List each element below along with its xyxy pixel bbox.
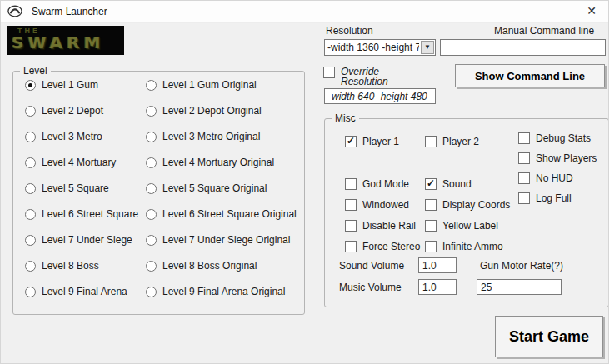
checkbox-override-resolution[interactable]: Override Resolution — [323, 67, 406, 87]
close-icon[interactable]: ✕ — [578, 1, 605, 22]
checkbox-label: Display Coords — [442, 199, 510, 211]
radio-level-7-under-siege[interactable]: Level 7 Under Siege — [25, 234, 138, 246]
radio-label: Level 7 Under Siege — [42, 234, 132, 246]
radio-label: Level 6 Street Square — [42, 208, 138, 220]
checkbox-windowed[interactable]: Windowed — [345, 199, 409, 211]
radio-button-icon — [25, 157, 36, 168]
radio-button-icon — [25, 261, 36, 272]
misc-groupbox-title: Misc — [332, 112, 359, 124]
checkbox-box — [425, 199, 437, 211]
radio-label: Level 6 Street Square Original — [162, 208, 297, 220]
radio-button-icon — [146, 209, 157, 220]
show-command-line-button[interactable]: Show Command Line — [455, 64, 605, 87]
checkbox-label: God Mode — [362, 178, 409, 190]
radio-level-7-under-siege-original[interactable]: Level 7 Under Siege Original — [146, 234, 297, 246]
checkbox-box — [425, 178, 437, 190]
radio-level-2-depot[interactable]: Level 2 Depot — [25, 105, 138, 117]
checkbox-box — [345, 241, 357, 252]
manual-command-input[interactable] — [440, 39, 606, 56]
radio-button-icon — [146, 157, 157, 168]
checkbox-box — [518, 172, 530, 184]
app-icon — [7, 5, 22, 17]
checkbox-sound[interactable]: Sound — [425, 178, 472, 190]
logo-line-swarm: SWARM — [12, 32, 104, 52]
checkbox-disable-rail[interactable]: Disable Rail — [345, 220, 416, 232]
radio-level-9-final-arena[interactable]: Level 9 Final Arena — [25, 286, 138, 297]
checkbox-box — [518, 152, 530, 164]
checkbox-box — [425, 220, 437, 232]
radio-button-icon — [146, 80, 157, 91]
checkbox-label: Sound — [442, 178, 472, 190]
checkbox-player-2[interactable]: Player 2 — [425, 136, 479, 147]
checkbox-box — [345, 178, 357, 190]
checkbox-no-hud[interactable]: No HUD — [518, 172, 573, 184]
checkbox-label: Yellow Label — [442, 220, 498, 232]
radio-level-8-boss-original[interactable]: Level 8 Boss Original — [146, 260, 297, 272]
radio-button-icon — [146, 132, 157, 142]
checkbox-force-stereo[interactable]: Force Stereo — [345, 241, 420, 252]
radio-level-9-final-arena-original[interactable]: Level 9 Final Arena Original — [146, 286, 297, 297]
checkbox-player-1[interactable]: Player 1 — [345, 136, 399, 147]
radio-level-3-metro-original[interactable]: Level 3 Metro Original — [146, 131, 297, 142]
titlebar[interactable]: Swarm Launcher ✕ — [1, 1, 608, 23]
checkbox-debug-stats[interactable]: Debug Stats — [518, 132, 591, 144]
checkbox-box — [518, 192, 530, 204]
checkbox-box — [425, 241, 437, 252]
swarm-logo: THE SWARM — [7, 26, 124, 55]
misc-groupbox: Misc Player 1 God Mode Windowed Disable … — [324, 118, 609, 307]
checkbox-yellow-label[interactable]: Yellow Label — [425, 220, 498, 232]
checkbox-log-full[interactable]: Log Full — [518, 192, 572, 204]
radio-level-3-metro[interactable]: Level 3 Metro — [25, 131, 138, 142]
radio-button-icon — [146, 287, 157, 297]
radio-level-6-street-square[interactable]: Level 6 Street Square — [25, 208, 138, 220]
radio-label: Level 2 Depot — [42, 105, 103, 117]
sound-volume-input[interactable] — [418, 257, 457, 273]
override-resolution-input[interactable] — [324, 88, 436, 104]
radio-level-5-square-original[interactable]: Level 5 Square Original — [146, 182, 297, 194]
checkbox-label: Show Players — [536, 152, 597, 164]
radio-label: Level 9 Final Arena Original — [162, 286, 285, 297]
music-volume-input[interactable] — [418, 279, 457, 295]
radio-label: Level 8 Boss Original — [162, 260, 257, 272]
radio-label: Level 3 Metro — [42, 131, 102, 142]
radio-level-4-mortuary-original[interactable]: Level 4 Mortuary Original — [146, 157, 297, 168]
music-volume-label: Music Volume — [339, 282, 402, 293]
checkbox-god-mode[interactable]: God Mode — [345, 178, 409, 190]
radio-label: Level 5 Square Original — [162, 182, 267, 194]
radio-level-2-depot-original[interactable]: Level 2 Depot Original — [146, 105, 297, 117]
radio-level-6-street-square-original[interactable]: Level 6 Street Square Original — [146, 208, 297, 220]
sound-volume-label: Sound Volume — [339, 260, 404, 272]
radio-label: Level 3 Metro Original — [162, 131, 260, 142]
checkbox-label: Debug Stats — [536, 132, 591, 144]
radio-level-5-square[interactable]: Level 5 Square — [25, 182, 138, 194]
radio-level-1-gum[interactable]: Level 1 Gum — [25, 79, 138, 91]
gun-motor-rate-input[interactable] — [477, 279, 562, 295]
radio-button-icon — [25, 106, 36, 117]
resolution-dropdown-value: -width 1360 -height 768 — [327, 42, 419, 53]
radio-button-icon — [146, 235, 157, 246]
checkbox-infinite-ammo[interactable]: Infinite Ammo — [425, 241, 503, 252]
radio-button-icon — [25, 80, 36, 91]
radio-level-4-mortuary[interactable]: Level 4 Mortuary — [25, 157, 138, 168]
checkbox-display-coords[interactable]: Display Coords — [425, 199, 510, 211]
radio-label: Level 7 Under Siege Original — [162, 234, 290, 246]
checkbox-box — [425, 136, 437, 147]
checkbox-box — [345, 136, 357, 147]
radio-button-icon — [25, 287, 36, 297]
swarm-launcher-window: Swarm Launcher ✕ THE SWARM Level Level 1… — [0, 0, 609, 364]
radio-button-icon — [146, 261, 157, 272]
radio-label: Level 2 Depot Original — [162, 105, 262, 117]
checkbox-show-players[interactable]: Show Players — [518, 152, 597, 164]
radio-label: Level 8 Boss — [42, 260, 99, 272]
radio-button-icon — [25, 209, 36, 220]
start-game-button[interactable]: Start Game — [495, 316, 603, 357]
radio-button-icon — [146, 183, 157, 194]
resolution-dropdown[interactable]: -width 1360 -height 768 ▼ — [324, 39, 436, 56]
level-column-right: Level 1 Gum Original Level 2 Depot Origi… — [146, 79, 297, 297]
chevron-down-icon[interactable]: ▼ — [421, 41, 434, 54]
level-groupbox: Level Level 1 Gum Level 2 Depot Level 3 … — [12, 71, 305, 315]
radio-level-8-boss[interactable]: Level 8 Boss — [25, 260, 138, 272]
checkbox-box — [518, 132, 530, 144]
radio-label: Level 5 Square — [42, 182, 109, 194]
radio-level-1-gum-original[interactable]: Level 1 Gum Original — [146, 79, 297, 91]
